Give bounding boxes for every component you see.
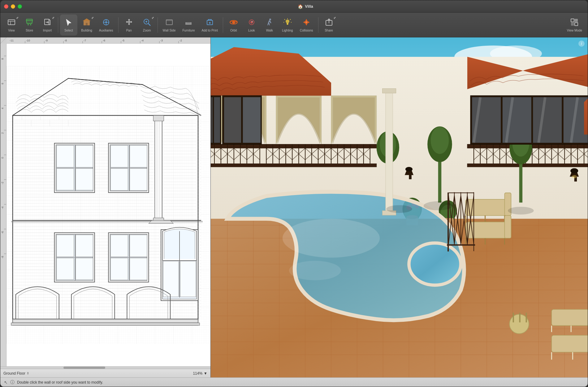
toolbar-walk[interactable]: Walk [261, 15, 278, 36]
window-title: Villa [305, 4, 313, 9]
svg-rect-0 [8, 20, 15, 25]
toolbar-addtoprint[interactable]: Add to Print [198, 15, 221, 36]
svg-rect-417 [383, 89, 396, 93]
toolbar-auxiliaries[interactable]: Auxiliaries [96, 15, 116, 36]
toolbar-lighting[interactable]: Lighting [279, 15, 296, 36]
left-panel-bottom-bar: Ground Floor ⇕ 114% ▼ [0, 369, 210, 377]
svg-rect-387 [519, 313, 521, 322]
ruler-corner [0, 37, 6, 44]
furniture-icon [184, 18, 193, 28]
toolbar-zoom[interactable]: Zoom ▼ [138, 15, 156, 36]
status-message: Double click the wall or roof side you w… [17, 380, 103, 385]
svg-text:-8: -8 [64, 39, 67, 42]
furniture-label: Furniture [182, 29, 195, 32]
svg-rect-173 [57, 168, 74, 190]
info-button[interactable]: i [578, 40, 585, 47]
svg-text:2: 2 [1, 132, 4, 134]
toolbar-furniture[interactable]: Furniture [179, 15, 198, 36]
svg-point-411 [570, 168, 578, 173]
orbit-icon [229, 18, 238, 28]
svg-rect-212 [11, 323, 200, 325]
floor-selector[interactable]: Ground Floor ⇕ [3, 371, 29, 376]
walk-label: Walk [266, 29, 273, 32]
svg-rect-211 [13, 319, 198, 323]
svg-point-430 [386, 205, 412, 213]
window-controls [4, 4, 22, 9]
lighting-icon [283, 18, 292, 28]
svg-rect-396 [447, 245, 475, 245]
svg-rect-380 [551, 335, 588, 352]
auxiliaries-label: Auxiliaries [99, 29, 113, 32]
svg-text:-4: -4 [141, 39, 144, 42]
status-info-icon: ⓘ [10, 380, 15, 385]
orbit-label: Orbit [230, 29, 237, 32]
toolbar-viewmode[interactable]: View Mode [564, 15, 585, 36]
svg-text:-4: -4 [1, 206, 4, 209]
walk-icon [265, 18, 274, 28]
toolbar-wallside[interactable]: Wall Side [160, 15, 179, 36]
svg-text:-11: -11 [10, 39, 14, 42]
toolbar-store[interactable]: Store [21, 15, 38, 36]
zoom-dropdown-arrow: ▼ [151, 17, 154, 20]
divider-3 [158, 17, 158, 33]
titlebar-title: 🏠 Villa [27, 4, 584, 9]
svg-rect-422 [533, 97, 562, 143]
import-icon [43, 18, 52, 28]
toolbar-view[interactable]: View ▼ [3, 15, 20, 36]
svg-rect-386 [513, 313, 514, 322]
toolbar-look[interactable]: Look [243, 15, 260, 36]
svg-rect-201 [110, 235, 128, 257]
zoom-dropdown-icon[interactable]: ▼ [204, 371, 207, 376]
toolbar-building[interactable]: Building ▼ [78, 15, 95, 36]
svg-rect-195 [57, 258, 74, 280]
toolbar-pan[interactable]: Pan [120, 15, 138, 36]
svg-point-412 [572, 175, 577, 178]
svg-point-4 [30, 24, 31, 25]
svg-point-351 [431, 127, 449, 154]
svg-rect-371 [504, 215, 511, 238]
floor-arrows[interactable]: ⇕ [27, 372, 29, 375]
svg-text:-6: -6 [103, 39, 105, 42]
svg-point-392 [289, 261, 341, 280]
import-label: Import [43, 29, 52, 32]
toolbar-collisions[interactable]: Collisions [297, 15, 316, 36]
pan-icon [125, 18, 133, 28]
svg-rect-172 [76, 145, 93, 167]
svg-text:-8: -8 [1, 256, 4, 258]
pan-label: Pan [126, 29, 132, 32]
svg-rect-249 [211, 144, 377, 148]
svg-text:-2: -2 [179, 39, 182, 42]
view-label: View [8, 29, 15, 32]
svg-rect-300 [211, 164, 377, 167]
svg-rect-180 [130, 145, 147, 167]
toolbar-select[interactable]: Select [60, 15, 77, 36]
divider-1 [58, 17, 58, 33]
info-icon: i [581, 41, 582, 46]
horizontal-scrollbar[interactable] [0, 366, 210, 369]
toolbar-orbit[interactable]: Orbit [225, 15, 242, 36]
svg-rect-43 [575, 23, 578, 26]
view-icon [7, 18, 16, 28]
svg-rect-174 [76, 168, 93, 190]
svg-point-26 [232, 21, 235, 24]
toolbar-import[interactable]: Import ▼ [39, 15, 56, 36]
ruler-v-container: 8 6 4 2 0 -2 -4 -6 [0, 44, 210, 366]
drawing-area[interactable] [6, 44, 210, 366]
svg-rect-8 [86, 23, 88, 25]
wallside-label: Wall Side [163, 29, 176, 32]
close-button[interactable] [4, 4, 8, 9]
svg-rect-179 [110, 145, 128, 167]
zoom-value: 114% [193, 371, 202, 376]
svg-rect-22 [190, 22, 192, 25]
scrollbar-thumb[interactable] [63, 367, 106, 369]
toolbar-share[interactable]: Share ▼ [320, 15, 338, 36]
svg-rect-345 [243, 97, 261, 143]
svg-rect-171 [57, 145, 74, 167]
auxiliaries-icon [102, 18, 110, 28]
svg-rect-182 [130, 168, 147, 190]
minimize-button[interactable] [11, 4, 15, 9]
divider-5 [318, 17, 318, 33]
maximize-button[interactable] [18, 4, 22, 9]
wallside-icon [165, 18, 174, 28]
svg-point-415 [405, 167, 413, 172]
